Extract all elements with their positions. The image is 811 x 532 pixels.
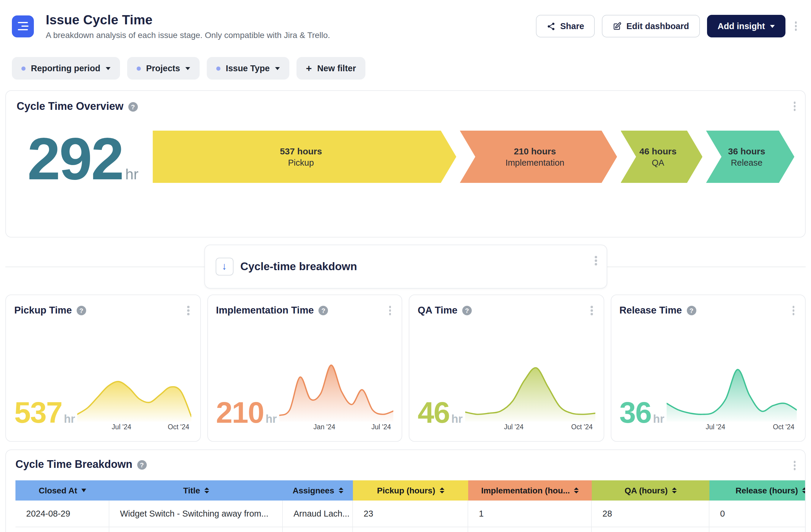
sort-icon: [802, 487, 806, 494]
filter-bar: Reporting period Projects Issue Type + N…: [0, 52, 811, 88]
card-kebab-menu[interactable]: [185, 303, 192, 317]
funnel-stage-qa: 46 hours QA: [621, 131, 703, 183]
edit-icon: [613, 22, 622, 31]
cell-closed-at: 2024-08-29: [15, 501, 109, 527]
table-kebab-menu[interactable]: [791, 458, 798, 472]
share-button[interactable]: Share: [536, 15, 595, 37]
sort-icon: [439, 487, 444, 494]
card-kebab-menu[interactable]: [386, 303, 393, 317]
metric-cards-row: Pickup Time ? 537 hr Jul '24 Oct '24: [5, 295, 806, 442]
card-kebab-menu[interactable]: [588, 303, 595, 317]
metric-number: 36: [619, 401, 651, 424]
table-row[interactable]: 2024-08-29 Widget Switch - Switching awa…: [15, 501, 806, 527]
x-axis-label: Jul '24: [706, 423, 725, 431]
metric-title: Release Time: [619, 305, 682, 316]
edit-dashboard-label: Edit dashboard: [626, 21, 689, 31]
filter-reporting-period[interactable]: Reporting period: [12, 57, 120, 80]
total-cycle-time: 292 hr: [17, 135, 138, 183]
plus-icon: +: [306, 63, 312, 73]
help-icon[interactable]: ?: [77, 306, 86, 315]
metric-value: 210 hr: [216, 401, 277, 434]
column-header-closed-at[interactable]: Closed At: [15, 480, 109, 501]
cycle-time-overview-card: Cycle Time Overview ? 292 hr 537 hours P…: [5, 90, 806, 237]
help-icon[interactable]: ?: [462, 306, 472, 315]
column-header-release[interactable]: Release (hours): [709, 480, 806, 501]
table-header-row: Closed At Title Assignees Pickup (hours)…: [15, 480, 806, 501]
table-row[interactable]: [15, 527, 806, 532]
stage-funnel: 537 hours Pickup 210 hours Implementatio…: [153, 131, 794, 183]
sort-icon: [672, 487, 677, 494]
stage-value: 46 hours: [639, 146, 676, 156]
x-axis-label: Jan '24: [313, 423, 335, 431]
metric-unit: hr: [653, 413, 664, 426]
stage-label: Implementation: [505, 158, 564, 168]
help-icon[interactable]: ?: [137, 460, 147, 469]
column-header-implementation[interactable]: Implementation (hou...: [468, 480, 592, 501]
stage-value: 36 hours: [728, 146, 765, 156]
help-icon[interactable]: ?: [319, 306, 328, 315]
sort-icon: [338, 487, 343, 494]
sparkline-area: [667, 360, 797, 422]
sparkline-area: [279, 360, 393, 422]
funnel-stage-implementation: 210 hours Implementation: [460, 131, 617, 183]
metric-value: 46 hr: [418, 401, 462, 434]
filter-dot-icon: [216, 66, 220, 71]
total-cycle-time-value: 292: [27, 135, 123, 182]
column-header-pickup[interactable]: Pickup (hours): [353, 480, 468, 501]
chevron-down-icon: [275, 67, 280, 70]
x-axis-label: Oct '24: [168, 423, 189, 431]
cycle-time-breakdown-banner: ↓ Cycle-time breakdown: [204, 245, 607, 288]
sort-icon: [574, 487, 579, 494]
sparkline-chart: Jul '24 Oct '24: [465, 360, 595, 434]
sort-icon: [204, 487, 209, 494]
sparkline-chart: Jul '24 Oct '24: [78, 360, 192, 434]
chevron-down-icon: [106, 67, 110, 70]
column-header-qa[interactable]: QA (hours): [592, 480, 709, 501]
help-icon[interactable]: ?: [128, 102, 138, 111]
filter-dot-icon: [137, 66, 141, 71]
cell-release: 0: [709, 501, 806, 527]
table-title: Cycle Time Breakdown: [15, 458, 133, 471]
section-divider: ↓ Cycle-time breakdown: [5, 245, 806, 288]
stage-label: Release: [731, 158, 762, 168]
metric-unit: hr: [451, 413, 462, 426]
total-cycle-time-unit: hr: [125, 166, 138, 183]
header-kebab-menu[interactable]: [792, 19, 799, 33]
release-time-card: Release Time ? 36 hr Jul '24 Oct '24: [611, 295, 806, 442]
chevron-down-icon: [185, 67, 190, 70]
share-icon: [547, 22, 555, 31]
column-header-title[interactable]: Title: [109, 480, 283, 501]
help-icon[interactable]: ?: [687, 306, 696, 315]
cell-assignees: Arnaud Lach...: [283, 501, 353, 527]
card-kebab-menu[interactable]: [790, 303, 797, 317]
cell-pickup: 23: [353, 501, 468, 527]
add-insight-label: Add insight: [718, 21, 765, 31]
funnel-stage-pickup: 537 hours Pickup: [153, 131, 456, 183]
filter-label: Reporting period: [31, 64, 101, 73]
filter-issue-type[interactable]: Issue Type: [207, 57, 289, 80]
edit-dashboard-button[interactable]: Edit dashboard: [602, 15, 700, 37]
banner-kebab-menu[interactable]: [592, 253, 599, 267]
sparkline-area: [465, 360, 595, 422]
column-header-assignees[interactable]: Assignees: [283, 480, 353, 501]
x-axis-label: Oct '24: [773, 423, 794, 431]
metric-unit: hr: [64, 413, 75, 426]
filter-dot-icon: [21, 66, 26, 71]
add-insight-button[interactable]: Add insight: [707, 15, 785, 37]
x-axis-label: Jul '24: [371, 423, 391, 431]
metric-title: Implementation Time: [216, 305, 314, 316]
menu-icon[interactable]: [12, 15, 34, 37]
stage-value: 537 hours: [280, 146, 322, 156]
cell-title: Widget Switch - Switching away from...: [109, 501, 283, 527]
metric-number: 537: [14, 401, 62, 424]
filter-projects[interactable]: Projects: [127, 57, 200, 80]
breakdown-table: Closed At Title Assignees Pickup (hours)…: [15, 480, 806, 532]
overview-kebab-menu[interactable]: [791, 99, 798, 113]
stage-label: Pickup: [288, 158, 314, 168]
cell-qa: 28: [592, 501, 709, 527]
new-filter-button[interactable]: + New filter: [296, 57, 365, 80]
metric-title: Pickup Time: [14, 305, 72, 316]
banner-title: Cycle-time breakdown: [240, 260, 357, 273]
overview-title: Cycle Time Overview: [17, 100, 124, 113]
implementation-time-card: Implementation Time ? 210 hr Jan '24 Jul…: [207, 295, 402, 442]
